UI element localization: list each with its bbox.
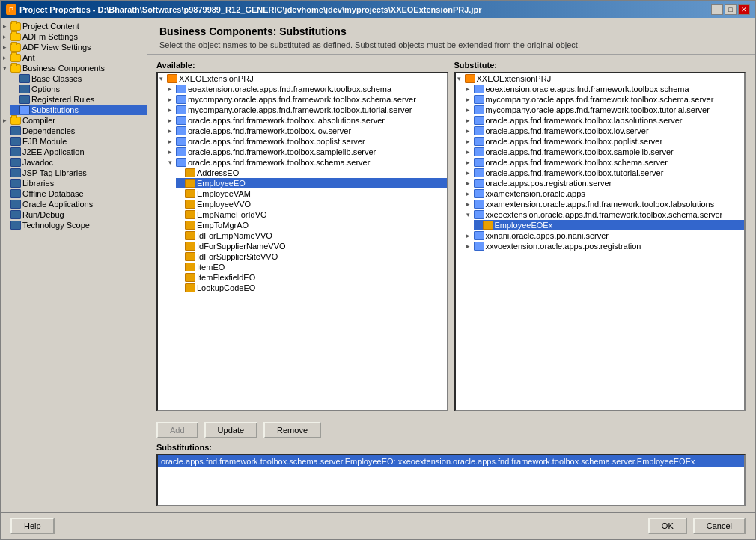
sidebar-item-project-content[interactable]: ▸ Project Content xyxy=(1,21,147,31)
list-item[interactable]: AddressEO xyxy=(176,168,447,178)
sidebar-item-base-classes[interactable]: Base Classes xyxy=(10,73,147,84)
item-icon xyxy=(19,85,30,93)
sidebar-item-substitutions[interactable]: Substitutions xyxy=(10,105,147,115)
sidebar-item-options[interactable]: Options xyxy=(10,84,147,94)
item-text: IdForSupplierNameVVO xyxy=(197,242,286,251)
sidebar-item-registered-rules[interactable]: Registered Rules xyxy=(10,94,147,105)
expand-icon: ▸ xyxy=(466,169,474,177)
list-item[interactable]: EmployeeVVO xyxy=(176,199,447,209)
list-item[interactable]: ▸ eoextension.oracle.apps.fnd.framework.… xyxy=(465,84,745,94)
sidebar-label: J2EE Application xyxy=(22,147,85,156)
expand-icon: ▸ xyxy=(466,138,474,145)
expand-icon: ▸ xyxy=(168,148,176,156)
list-item[interactable]: ▸ xxamextension.oracle.apps xyxy=(465,188,745,199)
list-item[interactable]: ▸ mycompany.oracle.apps.fnd.framework.to… xyxy=(167,105,447,115)
list-item[interactable]: ▾ XXEOExtensionPRJ xyxy=(158,73,447,84)
list-item[interactable]: ▾ XXEOExtensionPRJ xyxy=(456,73,745,84)
substitute-section: Substitute: ▾ XXEOExtensionPRJ ▸ eoexten… xyxy=(454,61,746,411)
folder-icon xyxy=(10,22,21,31)
sidebar-item-offline-database[interactable]: Offline Database xyxy=(1,188,147,199)
sidebar-item-dependencies[interactable]: Dependencies xyxy=(1,126,147,136)
list-item[interactable]: ▾ oracle.apps.fnd.framework.toolbox.sche… xyxy=(167,157,447,168)
sidebar-item-libraries[interactable]: Libraries xyxy=(1,178,147,188)
expand-icon: ▸ xyxy=(466,106,474,114)
minimize-button[interactable]: ─ xyxy=(711,4,723,15)
list-item[interactable]: ▸ xxvoextension.oracle.apps.pos.registra… xyxy=(465,241,745,251)
available-label: Available: xyxy=(156,61,448,70)
list-item[interactable]: ▸ oracle.apps.fnd.framework.toolbox.popl… xyxy=(465,136,745,147)
list-item[interactable]: ▾ xxeoextension.oracle.apps.fnd.framewor… xyxy=(465,209,745,220)
sidebar-item-j2ee[interactable]: J2EE Application xyxy=(1,147,147,157)
expand-icon: ▸ xyxy=(466,96,474,103)
sidebar-item-compiler[interactable]: ▸ Compiler xyxy=(1,115,147,126)
item-icon xyxy=(167,74,177,83)
sidebar-item-adf-view[interactable]: ▸ ADF View Settings xyxy=(1,42,147,52)
sidebar-item-oracle-apps[interactable]: Oracle Applications xyxy=(1,199,147,209)
list-item[interactable]: ▸ mycompany.oracle.apps.fnd.framework.to… xyxy=(167,94,447,105)
list-item[interactable]: ▸ oracle.apps.pos.registration.server xyxy=(465,178,745,188)
sidebar-item-ejb[interactable]: EJB Module xyxy=(1,136,147,147)
substitutions-list[interactable]: oracle.apps.fnd.framework.toolbox.schema… xyxy=(156,454,746,506)
list-item[interactable]: ▸ oracle.apps.fnd.framework.toolbox.sche… xyxy=(465,157,745,168)
list-item[interactable]: ▸ xxnani.oracle.apps.po.nani.server xyxy=(465,230,745,241)
add-button[interactable]: Add xyxy=(156,422,198,438)
list-item[interactable]: ▸ xxamextension.oracle.apps.fnd.framewor… xyxy=(465,199,745,209)
list-item[interactable]: ▸ mycompany.oracle.apps.fnd.framework.to… xyxy=(465,94,745,105)
list-item[interactable]: EmpNameForIdVO xyxy=(176,209,447,220)
substitute-list[interactable]: ▾ XXEOExtensionPRJ ▸ eoextension.oracle.… xyxy=(454,72,746,411)
close-button[interactable]: ✕ xyxy=(738,4,750,15)
item-icon xyxy=(474,210,484,219)
list-item[interactable]: ▸ oracle.apps.fnd.framework.toolbox.labs… xyxy=(167,115,447,126)
list-item[interactable]: ▸ oracle.apps.fnd.framework.toolbox.tuto… xyxy=(465,168,745,178)
list-item[interactable]: ItemEO xyxy=(176,262,447,272)
list-item[interactable]: IdForEmpNameVVO xyxy=(176,230,447,241)
list-item[interactable]: ▸ oracle.apps.fnd.framework.toolbox.labs… xyxy=(465,115,745,126)
sidebar-item-adfm[interactable]: ▸ ADFm Settings xyxy=(1,31,147,42)
item-text: EmployeeEO xyxy=(197,179,246,188)
expand-icon: ▸ xyxy=(3,117,10,124)
sidebar-item-run-debug[interactable]: Run/Debug xyxy=(1,209,147,220)
list-item[interactable]: IdForSupplierNameVVO xyxy=(176,241,447,251)
list-item[interactable]: LookupCodeEO xyxy=(176,283,447,293)
item-text: oracle.apps.fnd.framework.toolbox.schema… xyxy=(486,158,668,167)
expand-icon: ▸ xyxy=(168,127,176,135)
list-item[interactable]: ▸ oracle.apps.fnd.framework.toolbox.lov.… xyxy=(465,126,745,136)
expand-icon: ▸ xyxy=(466,200,474,208)
item-text: xxnani.oracle.apps.po.nani.server xyxy=(486,231,609,240)
sidebar-item-javadoc[interactable]: Javadoc xyxy=(1,157,147,168)
list-item[interactable]: ▸ oracle.apps.fnd.framework.toolbox.lov.… xyxy=(167,126,447,136)
help-button[interactable]: Help xyxy=(10,518,55,534)
expand-icon: ▸ xyxy=(168,96,176,103)
remove-button[interactable]: Remove xyxy=(263,422,321,438)
substitutions-area: Substitutions: oracle.apps.fnd.framework… xyxy=(147,443,755,512)
list-item[interactable]: ▸ mycompany.oracle.apps.fnd.framework.to… xyxy=(465,105,745,115)
item-icon xyxy=(474,95,484,104)
list-item[interactable]: ItemFlexfieldEO xyxy=(176,272,447,283)
update-button[interactable]: Update xyxy=(204,422,257,438)
cancel-button[interactable]: Cancel xyxy=(693,518,746,534)
list-item[interactable]: EmployeeVAM xyxy=(176,188,447,199)
list-item[interactable]: EmpToMgrAO xyxy=(176,220,447,230)
substitution-entry[interactable]: oracle.apps.fnd.framework.toolbox.schema… xyxy=(158,455,744,467)
ok-button[interactable]: OK xyxy=(648,518,687,534)
sidebar-item-jsp[interactable]: JSP Tag Libraries xyxy=(1,168,147,178)
list-item[interactable]: ▸ oracle.apps.fnd.framework.toolbox.samp… xyxy=(465,147,745,157)
list-item[interactable]: IdForSupplierSiteVVO xyxy=(176,251,447,262)
list-item[interactable]: ▸ oracle.apps.fnd.framework.toolbox.samp… xyxy=(167,147,447,157)
available-list[interactable]: ▾ XXEOExtensionPRJ ▸ eoextension.oracle.… xyxy=(156,72,448,411)
item-icon xyxy=(185,252,195,261)
sidebar-label: EJB Module xyxy=(22,137,67,146)
item-text: AddressEO xyxy=(197,168,239,177)
list-item-employeeeoex[interactable]: EmployeeEOEx xyxy=(474,220,745,230)
sidebar-item-technology-scope[interactable]: Technology Scope xyxy=(1,220,147,230)
item-icon xyxy=(185,283,195,292)
item-text: mycompany.oracle.apps.fnd.framework.tool… xyxy=(486,105,710,114)
sidebar-item-business-components[interactable]: ▾ Business Components xyxy=(1,63,147,73)
item-text: IdForEmpNameVVO xyxy=(197,231,272,240)
list-item[interactable]: ▸ oracle.apps.fnd.framework.toolbox.popl… xyxy=(167,136,447,147)
list-item-employeeeo[interactable]: EmployeeEO xyxy=(176,178,447,188)
maximize-button[interactable]: □ xyxy=(725,4,737,15)
sidebar-item-ant[interactable]: ▸ Ant xyxy=(1,52,147,63)
folder-icon xyxy=(10,54,21,62)
list-item[interactable]: ▸ eoextension.oracle.apps.fnd.framework.… xyxy=(167,84,447,94)
